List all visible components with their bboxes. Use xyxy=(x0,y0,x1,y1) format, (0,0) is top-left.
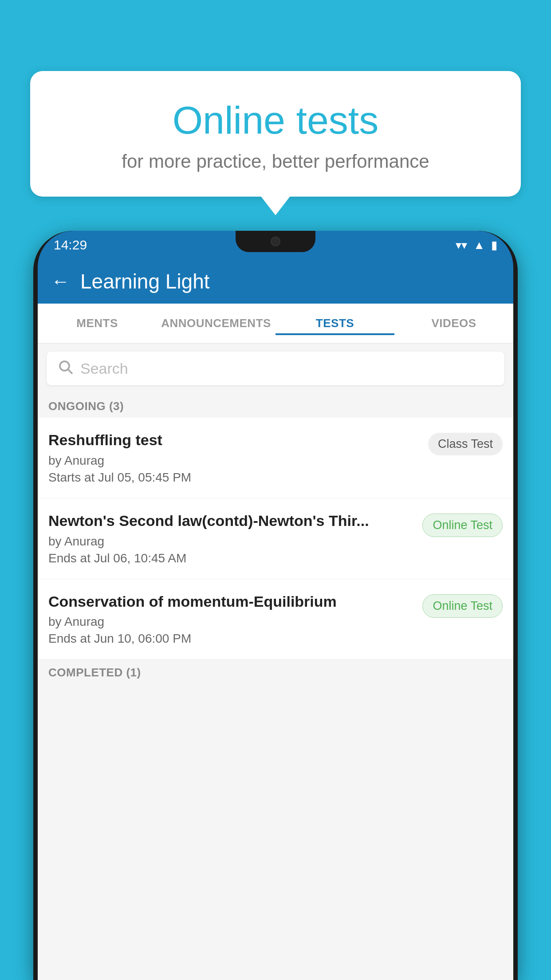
test-badge-3: Online Test xyxy=(422,594,503,618)
signal-icon: ▲ xyxy=(473,238,485,252)
tab-tests[interactable]: TESTS xyxy=(276,312,394,335)
test-info-3: Conservation of momentum-Equilibrium by … xyxy=(48,593,422,646)
speech-bubble: Online tests for more practice, better p… xyxy=(30,71,521,197)
search-icon xyxy=(57,359,73,379)
test-name-1: Reshuffling test xyxy=(48,431,419,449)
tab-ments[interactable]: MENTS xyxy=(38,312,157,335)
bubble-subtitle: for more practice, better performance xyxy=(52,151,499,172)
phone-frame: 14:29 ▾▾ ▲ ▮ ← Learning Light MENTS ANNO… xyxy=(33,231,518,980)
test-item-1[interactable]: Reshuffling test by Anurag Starts at Jul… xyxy=(38,418,513,498)
search-bar[interactable]: Search xyxy=(47,352,504,385)
test-author-1: by Anurag xyxy=(48,454,419,468)
tab-videos[interactable]: VIDEOS xyxy=(394,312,513,335)
test-name-2: Newton's Second law(contd)-Newton's Thir… xyxy=(48,512,413,530)
test-item-2[interactable]: Newton's Second law(contd)-Newton's Thir… xyxy=(38,498,513,579)
test-list: Reshuffling test by Anurag Starts at Jul… xyxy=(38,418,513,660)
app-title: Learning Light xyxy=(80,269,210,293)
test-time-3: Ends at Jun 10, 06:00 PM xyxy=(48,632,413,646)
test-badge-2: Online Test xyxy=(422,514,503,537)
camera xyxy=(271,237,280,246)
bubble-title: Online tests xyxy=(52,98,499,143)
test-author-2: by Anurag xyxy=(48,534,413,549)
test-info-2: Newton's Second law(contd)-Newton's Thir… xyxy=(48,512,422,565)
svg-line-1 xyxy=(68,369,72,373)
test-time-1: Starts at Jul 05, 05:45 PM xyxy=(48,470,419,485)
ongoing-section-label: ONGOING (3) xyxy=(38,393,513,418)
back-button[interactable]: ← xyxy=(51,271,70,292)
test-info-1: Reshuffling test by Anurag Starts at Jul… xyxy=(48,431,428,485)
battery-icon: ▮ xyxy=(491,238,497,252)
completed-section-label: COMPLETED (1) xyxy=(38,660,513,684)
tab-announcements[interactable]: ANNOUNCEMENTS xyxy=(157,312,276,335)
test-name-3: Conservation of momentum-Equilibrium xyxy=(48,593,413,611)
tab-bar: MENTS ANNOUNCEMENTS TESTS VIDEOS xyxy=(38,304,513,344)
test-badge-1: Class Test xyxy=(428,433,503,455)
app-header: ← Learning Light xyxy=(38,259,513,304)
status-time: 14:29 xyxy=(54,237,87,253)
phone-inner: 14:29 ▾▾ ▲ ▮ ← Learning Light MENTS ANNO… xyxy=(38,231,513,980)
screen-content: Search ONGOING (3) Reshuffling test by A… xyxy=(38,344,513,980)
status-icons: ▾▾ ▲ ▮ xyxy=(456,238,497,252)
test-time-2: Ends at Jul 06, 10:45 AM xyxy=(48,551,413,565)
search-placeholder-text: Search xyxy=(80,360,128,377)
test-item-3[interactable]: Conservation of momentum-Equilibrium by … xyxy=(38,579,513,660)
phone-notch xyxy=(236,231,315,252)
test-author-3: by Anurag xyxy=(48,615,413,629)
wifi-icon: ▾▾ xyxy=(456,238,467,252)
